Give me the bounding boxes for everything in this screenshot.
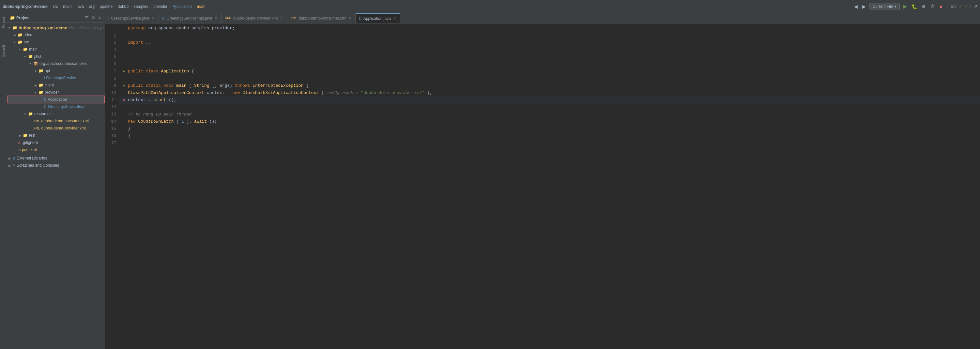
tab-greetings-impl[interactable]: C GreetingsServiceImpl.java ✕ bbox=[159, 13, 222, 23]
tree-item-src[interactable]: ▾ 📁 src bbox=[7, 38, 105, 46]
tab-label: GreetingsService.java bbox=[111, 16, 149, 21]
tree-item-java[interactable]: ▾ 📁 java bbox=[7, 53, 105, 60]
code-line-4 bbox=[119, 46, 980, 54]
breakpoint-icon[interactable]: ● bbox=[123, 97, 125, 104]
tree-label-test: test bbox=[29, 133, 35, 138]
xml-icon2: XML bbox=[33, 127, 40, 130]
profile-button[interactable]: ⏱ bbox=[929, 3, 936, 10]
root-path: ~/code/dubbo-spring-xml-demo bbox=[69, 26, 105, 30]
tree-item-external[interactable]: ▶ ⊞ External Libraries bbox=[7, 155, 105, 162]
tree-label-provider-xml: dubbo-demo-provider.xml bbox=[41, 126, 86, 130]
git-up-icon: ↑ bbox=[970, 4, 972, 9]
tab-greetings-service[interactable]: I GreetingsService.java ✕ bbox=[105, 13, 159, 23]
tree-item-provider[interactable]: ▾ 📁 provider bbox=[7, 89, 105, 96]
code-line-1: package org.apache.dubbo.samples.provide… bbox=[119, 25, 980, 32]
tree-label-package: org.apache.dubbo.samples bbox=[40, 61, 87, 66]
tree-label-api: api bbox=[45, 68, 50, 73]
breadcrumb-src[interactable]: src bbox=[53, 4, 58, 9]
coverage-button[interactable]: ⚙ bbox=[920, 3, 927, 10]
git-check2-icon: ✓ bbox=[964, 4, 968, 9]
tree-item-test[interactable]: ▶ 📁 test bbox=[7, 132, 105, 139]
tree-item-consumer-xml[interactable]: ▶ XML dubbo-demo-consumer.xml bbox=[7, 117, 105, 125]
debug-button[interactable]: 🐛 bbox=[910, 3, 918, 10]
code-line-10: ClassPathXmlApplicationContext context =… bbox=[119, 89, 980, 97]
folder-icon: 📁 bbox=[23, 47, 28, 52]
tab-provider-xml[interactable]: XML dubbo-demo-provider.xml ✕ bbox=[221, 13, 287, 23]
tree-item-idea[interactable]: ▶ 📁 .idea bbox=[7, 31, 105, 38]
breadcrumb-java[interactable]: java bbox=[77, 4, 84, 9]
activity-bar: Project Commit bbox=[0, 13, 7, 349]
stop-button[interactable]: ■ bbox=[938, 3, 943, 10]
tree-item-client[interactable]: ▶ 📁 client bbox=[7, 81, 105, 89]
folder-icon: 📁 bbox=[13, 25, 17, 30]
main-layout: Project Commit 📁 Project ☰ ⚙ ✕ ▾ 📁 dubbo… bbox=[0, 13, 980, 349]
breadcrumb-class[interactable]: Application bbox=[173, 4, 192, 9]
class-icon2: C bbox=[44, 105, 47, 109]
sidebar-collapse-all-button[interactable]: ☰ bbox=[84, 15, 89, 21]
tab-application[interactable]: C Application.java ✕ bbox=[356, 13, 400, 23]
breadcrumb-main[interactable]: main bbox=[63, 4, 72, 9]
tree-label-java: java bbox=[34, 54, 41, 59]
gutter-1 bbox=[121, 25, 127, 32]
breadcrumb-method[interactable]: main bbox=[197, 4, 205, 9]
nav-forward-button[interactable]: ▶ bbox=[861, 3, 867, 10]
tree-label-greetings-service: GreetingsService bbox=[46, 76, 76, 80]
code-line-12 bbox=[119, 104, 980, 111]
activity-commit[interactable]: Commit bbox=[2, 44, 6, 59]
code-editor[interactable]: 1 2 3 4 5 6 7 8 9 10 11 12 13 14 15 16 1… bbox=[105, 24, 980, 349]
folder-icon: 📁 bbox=[38, 83, 43, 87]
breadcrumb-samples[interactable]: samples bbox=[134, 4, 148, 9]
tree-label-gitignore: .gitignore bbox=[22, 140, 38, 145]
editor-area: I GreetingsService.java ✕ C GreetingsSer… bbox=[105, 13, 980, 349]
folder-icon: 📁 bbox=[23, 133, 28, 138]
code-content[interactable]: package org.apache.dubbo.samples.provide… bbox=[119, 24, 980, 349]
tree-item-package[interactable]: ▾ 📦 org.apache.dubbo.samples bbox=[7, 60, 105, 67]
current-file-button[interactable]: Current File ▾ bbox=[869, 3, 900, 10]
tree-item-pom[interactable]: ▶ m pom.xml bbox=[7, 146, 105, 153]
xml-icon: XML bbox=[33, 119, 40, 123]
run-button[interactable]: ▶ bbox=[902, 3, 908, 10]
breadcrumb-provider[interactable]: provider bbox=[153, 4, 167, 9]
tree-item-gitignore[interactable]: ▶ ⊘ .gitignore bbox=[7, 139, 105, 146]
code-line-9: ▶ public static void main ( String [] ar… bbox=[119, 82, 980, 89]
tree-item-resources[interactable]: ▾ 📁 resources bbox=[7, 110, 105, 117]
tree-item-provider-xml[interactable]: ▶ XML dubbo-demo-provider.xml bbox=[7, 125, 105, 132]
tab-close-button[interactable]: ✕ bbox=[214, 16, 218, 20]
code-line-6 bbox=[119, 61, 980, 68]
code-line-13: // to hang up main thread bbox=[119, 111, 980, 118]
tab-close-button[interactable]: ✕ bbox=[348, 16, 352, 20]
activity-project[interactable]: Project bbox=[2, 16, 6, 29]
tree-item-scratches[interactable]: ▶ ✎ Scratches and Consoles bbox=[7, 162, 105, 169]
code-line-16: } bbox=[119, 132, 980, 140]
folder-icon: 📁 bbox=[18, 33, 22, 37]
tab-consumer-xml[interactable]: XML dubbo-demo-consumer.xml ✕ bbox=[287, 13, 356, 23]
sidebar-close-button[interactable]: ✕ bbox=[97, 15, 102, 21]
nav-back-button[interactable]: ◀ bbox=[853, 3, 859, 10]
code-line-17 bbox=[119, 140, 980, 147]
breadcrumb-project[interactable]: dubbo-spring-xml-demo bbox=[3, 4, 48, 9]
breadcrumb-org[interactable]: org bbox=[89, 4, 95, 9]
tab-bar: I GreetingsService.java ✕ C GreetingsSer… bbox=[105, 13, 980, 24]
tree-item-main[interactable]: ▾ 📁 main bbox=[7, 46, 105, 53]
breadcrumb-apache[interactable]: apache bbox=[100, 4, 113, 9]
tab-close-button[interactable]: ✕ bbox=[279, 16, 283, 20]
tree-item-application[interactable]: ▶ C Application bbox=[7, 96, 105, 103]
tree-label-provider: provider bbox=[45, 90, 59, 95]
tab-close-button[interactable]: ✕ bbox=[151, 16, 155, 20]
folder-icon: 📁 bbox=[18, 40, 22, 44]
tab-close-button[interactable]: ✕ bbox=[393, 16, 397, 21]
tree-item-greetings-impl[interactable]: ▶ C GreetingsServiceImpl bbox=[7, 103, 105, 110]
breadcrumb-dubbo[interactable]: dubbo bbox=[118, 4, 129, 9]
tree-item-greetings-service[interactable]: ▶ I GreetingsService bbox=[7, 75, 105, 81]
top-bar: dubbo-spring-xml-demo › src › main › jav… bbox=[0, 0, 980, 13]
sidebar-settings-button[interactable]: ⚙ bbox=[91, 15, 96, 21]
folder-icon: 📁 bbox=[38, 68, 43, 73]
run-arrow-7[interactable]: ▶ bbox=[123, 68, 125, 75]
run-arrow-9[interactable]: ▶ bbox=[123, 82, 125, 89]
tree-item-root[interactable]: ▾ 📁 dubbo-spring-xml-demo ~/code/dubbo-s… bbox=[7, 24, 105, 31]
tree-item-api[interactable]: ▾ 📁 api bbox=[7, 67, 105, 75]
line-numbers: 1 2 3 4 5 6 7 8 9 10 11 12 13 14 15 16 1… bbox=[105, 24, 119, 349]
code-line-11: ● context . start (); bbox=[119, 97, 980, 104]
code-line-15: } bbox=[119, 125, 980, 132]
code-line-8 bbox=[119, 75, 980, 82]
